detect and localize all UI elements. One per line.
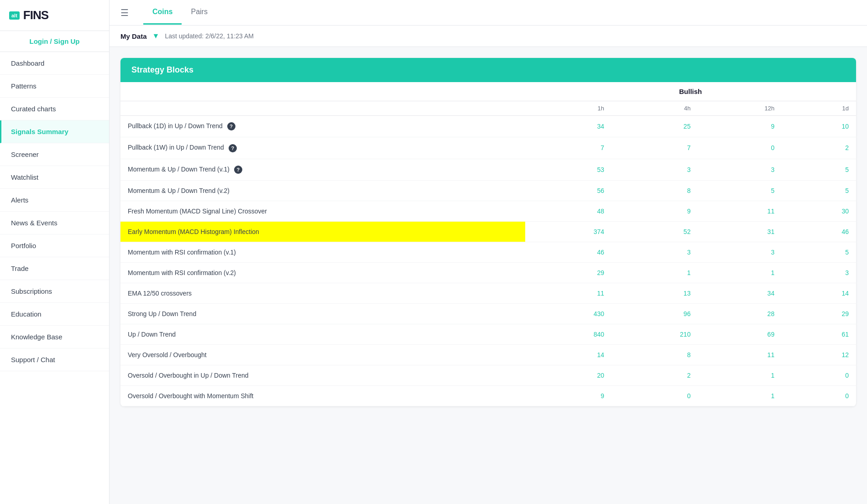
table-row[interactable]: Pullback (1W) in Up / Down Trend ?7702 [120,137,856,159]
logo-fins: FINS [23,8,48,22]
row-label: Very Oversold / Overbought [120,344,525,365]
strategy-col-header [120,101,525,116]
sidebar-item-portfolio[interactable]: Portfolio [0,234,109,257]
table-row[interactable]: Strong Up / Down Trend430962829 [120,303,856,324]
row-value-1h: 29 [525,262,611,283]
sidebar-item-subscriptions[interactable]: Subscriptions [0,280,109,303]
table-row[interactable]: Fresh Momentum (MACD Signal Line) Crosso… [120,201,856,221]
row-value-4h: 3 [611,159,698,180]
row-label: Pullback (1D) in Up / Down Trend ? [120,116,525,137]
row-label: EMA 12/50 crossovers [120,283,525,303]
sidebar-item-education[interactable]: Education [0,303,109,326]
sidebar-item-support-chat[interactable]: Support / Chat [0,348,109,371]
bullish-header: Bullish [525,82,856,101]
table-row[interactable]: Oversold / Overbought in Up / Down Trend… [120,365,856,385]
row-value-12h: 11 [698,201,782,221]
table-row[interactable]: Momentum & Up / Down Trend (v.1) ?53335 [120,159,856,180]
table-row[interactable]: Oversold / Overbought with Momentum Shif… [120,385,856,406]
logo-area: alt FINS [0,0,109,31]
row-value-1d: 5 [782,180,856,201]
sidebar: alt FINS Login / Sign Up DashboardPatter… [0,0,110,504]
row-value-1h: 374 [525,221,611,242]
sidebar-item-news-events[interactable]: News & Events [0,212,109,234]
sidebar-item-screener[interactable]: Screener [0,143,109,166]
row-value-1h: 840 [525,324,611,344]
row-label: Strong Up / Down Trend [120,303,525,324]
col-header-1d: 1d [782,101,856,116]
filter-icon[interactable]: ▼ [152,32,160,40]
row-value-4h: 8 [611,344,698,365]
tab-pairs[interactable]: Pairs [182,0,216,25]
row-value-1h: 56 [525,180,611,201]
row-value-1d: 29 [782,303,856,324]
table-row[interactable]: EMA 12/50 crossovers11133414 [120,283,856,303]
row-value-1h: 34 [525,116,611,137]
row-label: Momentum & Up / Down Trend (v.1) ? [120,159,525,180]
hamburger-icon[interactable]: ☰ [120,7,129,18]
sidebar-item-signals-summary[interactable]: Signals Summary [0,120,109,143]
row-value-1h: 7 [525,137,611,159]
row-value-1d: 3 [782,262,856,283]
row-value-1d: 0 [782,385,856,406]
row-value-1d: 14 [782,283,856,303]
row-value-12h: 9 [698,116,782,137]
row-value-1d: 12 [782,344,856,365]
row-value-1h: 53 [525,159,611,180]
sidebar-item-watchlist[interactable]: Watchlist [0,166,109,189]
row-value-4h: 13 [611,283,698,303]
row-value-12h: 34 [698,283,782,303]
row-value-12h: 0 [698,137,782,159]
row-value-1h: 14 [525,344,611,365]
row-label: Momentum & Up / Down Trend (v.2) [120,180,525,201]
row-value-1d: 5 [782,159,856,180]
sidebar-item-dashboard[interactable]: Dashboard [0,52,109,75]
row-value-1d: 10 [782,116,856,137]
col-header-1h: 1h [525,101,611,116]
table-row[interactable]: Momentum with RSI confirmation (v.2)2911… [120,262,856,283]
col-header-4h: 4h [611,101,698,116]
row-value-12h: 1 [698,385,782,406]
table-row[interactable]: Momentum & Up / Down Trend (v.2)56855 [120,180,856,201]
row-value-1h: 48 [525,201,611,221]
row-label: Pullback (1W) in Up / Down Trend ? [120,137,525,159]
row-value-1d: 46 [782,221,856,242]
help-icon[interactable]: ? [234,166,242,174]
table-row[interactable]: Pullback (1D) in Up / Down Trend ?342591… [120,116,856,137]
help-icon[interactable]: ? [229,144,237,152]
nav-list: DashboardPatternsCurated chartsSignals S… [0,52,109,371]
row-value-4h: 1 [611,262,698,283]
login-button[interactable]: Login / Sign Up [0,31,109,52]
tab-coins[interactable]: Coins [143,0,182,25]
row-value-12h: 69 [698,324,782,344]
sidebar-item-curated-charts[interactable]: Curated charts [0,98,109,120]
row-value-4h: 0 [611,385,698,406]
table-row[interactable]: Up / Down Trend8402106961 [120,324,856,344]
row-value-1h: 430 [525,303,611,324]
row-label: Up / Down Trend [120,324,525,344]
logo-alt: alt [9,11,20,20]
row-label: Oversold / Overbought in Up / Down Trend [120,365,525,385]
row-value-12h: 5 [698,180,782,201]
help-icon[interactable]: ? [227,122,235,130]
row-value-12h: 28 [698,303,782,324]
row-value-12h: 11 [698,344,782,365]
sidebar-item-knowledge-base[interactable]: Knowledge Base [0,326,109,348]
row-value-12h: 1 [698,365,782,385]
strategy-table-wrapper: Strategy Blocks Bullish 1h4h12h1d Pullba… [120,58,856,406]
row-value-4h: 8 [611,180,698,201]
row-label: Early Momentum (MACD Histogram) Inflecti… [120,221,525,242]
sidebar-item-trade[interactable]: Trade [0,257,109,280]
row-value-4h: 25 [611,116,698,137]
sidebar-item-alerts[interactable]: Alerts [0,189,109,212]
row-value-1h: 46 [525,242,611,262]
table-row[interactable]: Momentum with RSI confirmation (v.1)4633… [120,242,856,262]
my-data-label: My Data [120,32,147,40]
row-value-4h: 2 [611,365,698,385]
col-label-header [120,82,525,101]
sidebar-item-patterns[interactable]: Patterns [0,75,109,98]
row-value-12h: 1 [698,262,782,283]
table-row[interactable]: Early Momentum (MACD Histogram) Inflecti… [120,221,856,242]
row-value-12h: 3 [698,159,782,180]
row-value-4h: 52 [611,221,698,242]
table-row[interactable]: Very Oversold / Overbought1481112 [120,344,856,365]
